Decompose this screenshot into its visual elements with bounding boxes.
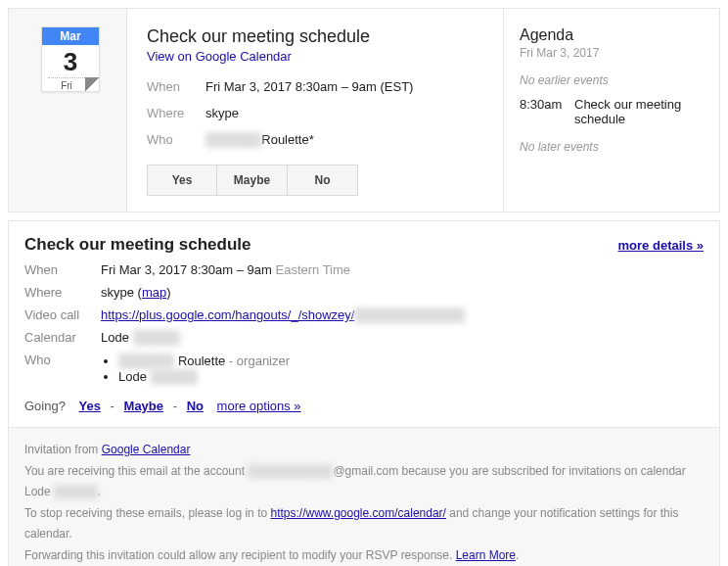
detail-calendar-label: Calendar <box>24 330 101 345</box>
invite-detail-card: Check our meeting schedule more details … <box>8 220 720 566</box>
footer-l1a: Invitation from <box>24 443 102 456</box>
footer-l2c: . <box>98 485 101 498</box>
footer-l2a: You are receiving this email at the acco… <box>24 464 248 478</box>
who-redacted: ██████ <box>205 132 261 147</box>
detail-title: Check our meeting schedule <box>24 235 250 255</box>
calendar-settings-link[interactable]: https://www.google.com/calendar/ <box>270 506 445 520</box>
sep-1: - <box>111 399 114 413</box>
who-value: ██████Roulette* <box>205 132 314 147</box>
footer-cal-owner-redacted: █████ <box>54 485 98 498</box>
date-weekday: Fri <box>48 77 85 91</box>
date-column: Mar 3 Fri <box>9 9 126 212</box>
calendar-owner-redacted: █████ <box>133 330 180 345</box>
detail-when-value: Fri Mar 3, 2017 8:30am – 9am Eastern Tim… <box>101 262 704 277</box>
footer-line-1: Invitation from Google Calendar <box>24 440 704 461</box>
detail-calendar-value: Lode █████ <box>101 330 704 345</box>
calendar-owner-name: Lode <box>101 330 133 345</box>
footer-l4a: Forwarding this invitation could allow a… <box>24 548 456 562</box>
going-label: Going? <box>24 399 66 413</box>
detail-header: Check our meeting schedule more details … <box>24 235 704 255</box>
footer-l4c: . <box>516 548 519 562</box>
detail-map-close: ) <box>166 285 170 300</box>
date-tile: Mar 3 Fri <box>41 26 100 92</box>
rsvp-maybe-button[interactable]: Maybe <box>217 165 288 196</box>
detail-when-label: When <box>24 262 101 277</box>
detail-map-open: ( <box>134 285 142 300</box>
going-yes-link[interactable]: Yes <box>79 399 101 413</box>
detail-where-value: skype (map) <box>101 285 704 300</box>
who1-redacted: ██████ <box>118 354 174 368</box>
going-no-link[interactable]: No <box>187 399 204 413</box>
invite-summary-card: Mar 3 Fri Check our meeting schedule Vie… <box>8 8 720 212</box>
view-on-calendar-link[interactable]: View on Google Calendar <box>147 49 292 64</box>
video-url-text: https://plus.google.com/hangouts/_/showz… <box>101 307 354 322</box>
going-maybe-link[interactable]: Maybe <box>124 399 163 413</box>
agenda-no-later: No later events <box>520 140 704 154</box>
who-row: Who ██████Roulette* <box>147 132 483 147</box>
where-row: Where skype <box>147 106 483 120</box>
where-label: Where <box>147 106 205 120</box>
detail-when-tz: Eastern Time <box>275 262 350 277</box>
who1-name: Roulette <box>174 354 225 368</box>
where-value: skype <box>205 106 239 120</box>
video-url-redacted: ████████████ <box>354 307 465 322</box>
detail-video-value: https://plus.google.com/hangouts/_/showz… <box>101 307 704 322</box>
agenda-no-earlier: No earlier events <box>520 73 704 87</box>
date-weekday-row: Fri <box>42 77 99 91</box>
more-details-link[interactable]: more details » <box>618 238 704 253</box>
who-item-1: ██████ Roulette - organizer <box>118 354 704 368</box>
detail-where-label: Where <box>24 285 101 300</box>
who-item-2: Lode █████ <box>118 369 704 384</box>
date-month: Mar <box>42 27 99 45</box>
who1-role: - organizer <box>225 354 290 368</box>
detail-where-row: Where skype (map) <box>24 285 704 300</box>
detail-video-label: Video call <box>24 307 101 322</box>
detail-who-label: Who <box>24 353 101 385</box>
page-fold-icon <box>85 77 99 91</box>
who2-redacted: █████ <box>151 369 198 384</box>
invite-footer: Invitation from Google Calendar You are … <box>9 427 719 566</box>
when-row: When Fri Mar 3, 2017 8:30am – 9am (EST) <box>147 79 483 94</box>
detail-who-value: ██████ Roulette - organizer Lode █████ <box>101 353 704 385</box>
detail-calendar-row: Calendar Lode █████ <box>24 330 704 345</box>
footer-line-4: Forwarding this invitation could allow a… <box>24 545 704 566</box>
who2-name: Lode <box>118 369 151 384</box>
google-calendar-link[interactable]: Google Calendar <box>102 443 191 456</box>
agenda-date: Fri Mar 3, 2017 <box>520 46 704 60</box>
footer-line-2: You are receiving this email at the acco… <box>24 461 704 503</box>
agenda-event-row[interactable]: 8:30am Check our meeting schedule <box>520 97 704 126</box>
detail-when-row: When Fri Mar 3, 2017 8:30am – 9am Easter… <box>24 262 704 277</box>
date-day: 3 <box>42 45 99 77</box>
video-call-link[interactable]: https://plus.google.com/hangouts/_/showz… <box>101 307 465 322</box>
footer-email-redacted: ██████████ <box>248 464 333 478</box>
who-list: ██████ Roulette - organizer Lode █████ <box>101 354 704 384</box>
event-title: Check our meeting schedule <box>147 26 483 47</box>
who-name: Roulette* <box>261 132 313 147</box>
sep-2: - <box>173 399 177 413</box>
going-row: Going? Yes - Maybe - No more options » <box>24 399 704 413</box>
agenda-event-time: 8:30am <box>520 97 574 126</box>
agenda-event-title: Check our meeting schedule <box>574 97 704 126</box>
rsvp-buttons: Yes Maybe No <box>147 165 483 196</box>
rsvp-yes-button[interactable]: Yes <box>147 165 217 196</box>
detail-where-text: skype <box>101 285 134 300</box>
agenda-column: Agenda Fri Mar 3, 2017 No earlier events… <box>504 9 719 212</box>
map-link[interactable]: map <box>142 285 166 300</box>
when-value: Fri Mar 3, 2017 8:30am – 9am (EST) <box>205 79 413 94</box>
detail-when-text: Fri Mar 3, 2017 8:30am – 9am <box>101 262 275 277</box>
agenda-heading: Agenda <box>520 26 704 44</box>
detail-who-row: Who ██████ Roulette - organizer Lode ███… <box>24 353 704 385</box>
more-options-link[interactable]: more options » <box>217 399 301 413</box>
learn-more-link[interactable]: Learn More <box>456 548 516 562</box>
when-label: When <box>147 79 205 94</box>
detail-video-row: Video call https://plus.google.com/hango… <box>24 307 704 322</box>
event-main-column: Check our meeting schedule View on Googl… <box>126 9 504 212</box>
rsvp-no-button[interactable]: No <box>288 165 358 196</box>
who-label: Who <box>147 132 205 147</box>
footer-l3a: To stop receiving these emails, please l… <box>24 506 270 520</box>
footer-line-3: To stop receiving these emails, please l… <box>24 503 704 545</box>
